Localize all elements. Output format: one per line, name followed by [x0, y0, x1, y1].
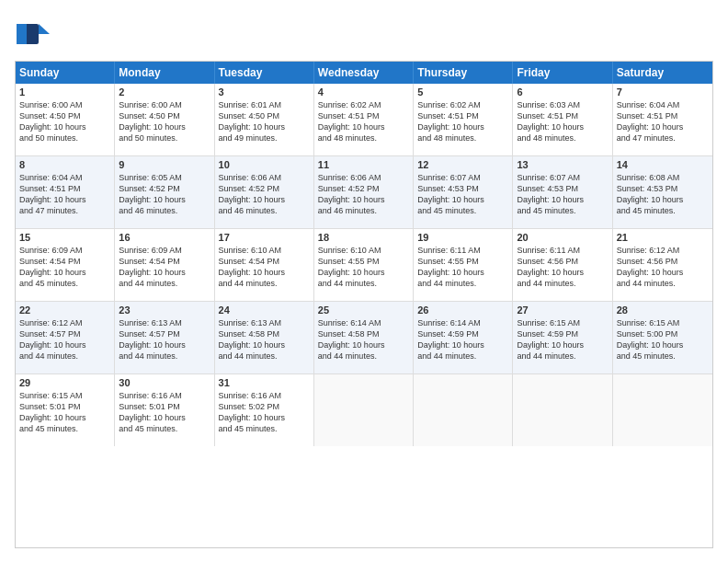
empty-cell — [414, 374, 513, 446]
day-number: 23 — [119, 304, 210, 316]
day-cell-6: 6Sunrise: 6:03 AM Sunset: 4:51 PM Daylig… — [513, 84, 612, 155]
day-cell-13: 13Sunrise: 6:07 AM Sunset: 4:53 PM Dayli… — [513, 156, 612, 228]
calendar-row-5: 29Sunrise: 6:15 AM Sunset: 5:01 PM Dayli… — [16, 374, 712, 446]
calendar: SundayMondayTuesdayWednesdayThursdayFrid… — [15, 61, 713, 548]
day-cell-4: 4Sunrise: 6:02 AM Sunset: 4:51 PM Daylig… — [314, 84, 414, 155]
day-info: Sunrise: 6:04 AM Sunset: 4:51 PM Dayligh… — [19, 172, 110, 217]
day-number: 6 — [517, 86, 608, 98]
day-info: Sunrise: 6:02 AM Sunset: 4:51 PM Dayligh… — [318, 99, 409, 144]
day-number: 12 — [417, 159, 508, 170]
day-info: Sunrise: 6:04 AM Sunset: 4:51 PM Dayligh… — [617, 99, 709, 144]
day-cell-5: 5Sunrise: 6:02 AM Sunset: 4:51 PM Daylig… — [414, 84, 513, 155]
day-number: 1 — [19, 86, 110, 98]
day-cell-15: 15Sunrise: 6:09 AM Sunset: 4:54 PM Dayli… — [16, 229, 115, 301]
day-info: Sunrise: 6:14 AM Sunset: 4:58 PM Dayligh… — [318, 317, 409, 362]
day-info: Sunrise: 6:13 AM Sunset: 4:57 PM Dayligh… — [119, 317, 210, 362]
day-number: 8 — [19, 159, 110, 170]
day-info: Sunrise: 6:03 AM Sunset: 4:51 PM Dayligh… — [517, 99, 608, 144]
empty-cell — [513, 374, 612, 446]
day-cell-12: 12Sunrise: 6:07 AM Sunset: 4:53 PM Dayli… — [414, 156, 513, 228]
day-cell-27: 27Sunrise: 6:15 AM Sunset: 4:59 PM Dayli… — [513, 302, 612, 373]
day-number: 13 — [517, 159, 608, 170]
day-number: 24 — [219, 304, 310, 316]
day-number: 25 — [318, 304, 409, 316]
day-info: Sunrise: 6:15 AM Sunset: 5:01 PM Dayligh… — [19, 390, 110, 435]
day-cell-14: 14Sunrise: 6:08 AM Sunset: 4:53 PM Dayli… — [613, 156, 712, 228]
day-info: Sunrise: 6:15 AM Sunset: 5:00 PM Dayligh… — [617, 317, 709, 362]
day-number: 16 — [119, 232, 210, 243]
day-info: Sunrise: 6:06 AM Sunset: 4:52 PM Dayligh… — [318, 172, 409, 217]
day-info: Sunrise: 6:00 AM Sunset: 4:50 PM Dayligh… — [119, 99, 210, 144]
svg-rect-2 — [17, 24, 27, 44]
header-day-saturday: Saturday — [613, 62, 712, 84]
day-info: Sunrise: 6:12 AM Sunset: 4:57 PM Dayligh… — [19, 317, 110, 362]
day-cell-1: 1Sunrise: 6:00 AM Sunset: 4:50 PM Daylig… — [16, 84, 115, 155]
day-info: Sunrise: 6:09 AM Sunset: 4:54 PM Dayligh… — [19, 245, 110, 290]
day-cell-31: 31Sunrise: 6:16 AM Sunset: 5:02 PM Dayli… — [215, 374, 314, 446]
day-cell-2: 2Sunrise: 6:00 AM Sunset: 4:50 PM Daylig… — [115, 84, 214, 155]
day-number: 3 — [219, 86, 310, 98]
day-info: Sunrise: 6:00 AM Sunset: 4:50 PM Dayligh… — [19, 99, 110, 144]
day-cell-28: 28Sunrise: 6:15 AM Sunset: 5:00 PM Dayli… — [613, 302, 712, 373]
day-number: 31 — [219, 377, 310, 388]
header-day-thursday: Thursday — [414, 62, 513, 84]
day-cell-11: 11Sunrise: 6:06 AM Sunset: 4:52 PM Dayli… — [314, 156, 414, 228]
day-info: Sunrise: 6:16 AM Sunset: 5:01 PM Dayligh… — [119, 390, 210, 435]
day-number: 19 — [417, 232, 508, 243]
day-cell-3: 3Sunrise: 6:01 AM Sunset: 4:50 PM Daylig… — [215, 84, 314, 155]
day-cell-26: 26Sunrise: 6:14 AM Sunset: 4:59 PM Dayli… — [414, 302, 513, 373]
day-number: 9 — [119, 159, 210, 170]
day-cell-25: 25Sunrise: 6:14 AM Sunset: 4:58 PM Dayli… — [314, 302, 414, 373]
day-info: Sunrise: 6:09 AM Sunset: 4:54 PM Dayligh… — [119, 245, 210, 290]
day-number: 27 — [517, 304, 608, 316]
day-cell-30: 30Sunrise: 6:16 AM Sunset: 5:01 PM Dayli… — [115, 374, 214, 446]
day-info: Sunrise: 6:10 AM Sunset: 4:55 PM Dayligh… — [318, 245, 409, 290]
day-number: 26 — [417, 304, 508, 316]
day-info: Sunrise: 6:06 AM Sunset: 4:52 PM Dayligh… — [219, 172, 310, 217]
day-info: Sunrise: 6:07 AM Sunset: 4:53 PM Dayligh… — [417, 172, 508, 217]
calendar-row-4: 22Sunrise: 6:12 AM Sunset: 4:57 PM Dayli… — [16, 302, 712, 374]
header-day-wednesday: Wednesday — [314, 62, 414, 84]
day-cell-24: 24Sunrise: 6:13 AM Sunset: 4:58 PM Dayli… — [215, 302, 314, 373]
day-number: 4 — [318, 86, 409, 98]
day-number: 2 — [119, 86, 210, 98]
day-info: Sunrise: 6:11 AM Sunset: 4:56 PM Dayligh… — [517, 245, 608, 290]
page: SundayMondayTuesdayWednesdayThursdayFrid… — [0, 0, 728, 563]
day-cell-7: 7Sunrise: 6:04 AM Sunset: 4:51 PM Daylig… — [613, 84, 712, 155]
logo — [15, 15, 55, 52]
day-info: Sunrise: 6:02 AM Sunset: 4:51 PM Dayligh… — [417, 99, 508, 144]
day-info: Sunrise: 6:10 AM Sunset: 4:54 PM Dayligh… — [219, 245, 310, 290]
day-number: 30 — [119, 377, 210, 388]
day-number: 10 — [219, 159, 310, 170]
day-cell-9: 9Sunrise: 6:05 AM Sunset: 4:52 PM Daylig… — [115, 156, 214, 228]
day-info: Sunrise: 6:15 AM Sunset: 4:59 PM Dayligh… — [517, 317, 608, 362]
calendar-header: SundayMondayTuesdayWednesdayThursdayFrid… — [16, 62, 712, 84]
day-cell-10: 10Sunrise: 6:06 AM Sunset: 4:52 PM Dayli… — [215, 156, 314, 228]
day-cell-16: 16Sunrise: 6:09 AM Sunset: 4:54 PM Dayli… — [115, 229, 214, 301]
day-info: Sunrise: 6:01 AM Sunset: 4:50 PM Dayligh… — [219, 99, 310, 144]
day-number: 29 — [19, 377, 110, 388]
day-number: 28 — [617, 304, 709, 316]
day-cell-19: 19Sunrise: 6:11 AM Sunset: 4:55 PM Dayli… — [414, 229, 513, 301]
day-number: 15 — [19, 232, 110, 243]
day-number: 17 — [219, 232, 310, 243]
day-info: Sunrise: 6:16 AM Sunset: 5:02 PM Dayligh… — [219, 390, 310, 435]
day-number: 18 — [318, 232, 409, 243]
day-number: 20 — [517, 232, 608, 243]
day-number: 11 — [318, 159, 409, 170]
day-info: Sunrise: 6:11 AM Sunset: 4:55 PM Dayligh… — [417, 245, 508, 290]
day-cell-20: 20Sunrise: 6:11 AM Sunset: 4:56 PM Dayli… — [513, 229, 612, 301]
day-cell-22: 22Sunrise: 6:12 AM Sunset: 4:57 PM Dayli… — [16, 302, 115, 373]
day-number: 14 — [617, 159, 709, 170]
day-cell-17: 17Sunrise: 6:10 AM Sunset: 4:54 PM Dayli… — [215, 229, 314, 301]
header-day-friday: Friday — [513, 62, 612, 84]
svg-marker-1 — [39, 24, 50, 34]
header-day-monday: Monday — [115, 62, 214, 84]
day-info: Sunrise: 6:08 AM Sunset: 4:53 PM Dayligh… — [617, 172, 709, 217]
day-number: 5 — [417, 86, 508, 98]
day-number: 21 — [617, 232, 709, 243]
day-cell-29: 29Sunrise: 6:15 AM Sunset: 5:01 PM Dayli… — [16, 374, 115, 446]
day-number: 22 — [19, 304, 110, 316]
calendar-body: 1Sunrise: 6:00 AM Sunset: 4:50 PM Daylig… — [16, 84, 712, 446]
day-cell-23: 23Sunrise: 6:13 AM Sunset: 4:57 PM Dayli… — [115, 302, 214, 373]
